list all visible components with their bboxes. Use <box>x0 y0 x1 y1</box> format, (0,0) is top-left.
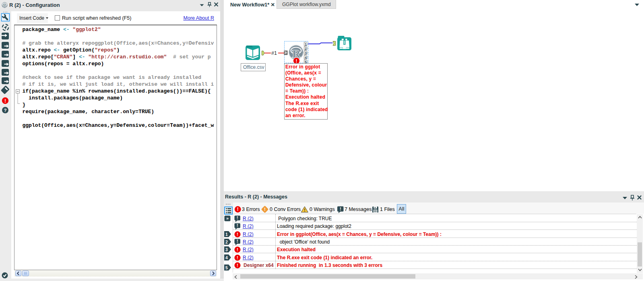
svg-text:!: ! <box>237 215 238 220</box>
svg-text:4: 4 <box>225 255 228 260</box>
svg-text:!: ! <box>237 263 238 268</box>
svg-text:!: ! <box>264 207 266 212</box>
svg-text:?: ? <box>4 108 6 113</box>
svg-text:!: ! <box>237 239 238 244</box>
svg-text:R: R <box>3 3 6 8</box>
svg-text:5: 5 <box>225 265 228 270</box>
svg-text:!: ! <box>4 98 6 104</box>
svg-text:3: 3 <box>305 51 307 55</box>
svg-text:3: 3 <box>225 247 228 252</box>
svg-text:!: ! <box>237 247 238 252</box>
svg-text:2: 2 <box>305 47 307 51</box>
svg-text:!: ! <box>237 223 238 228</box>
svg-text:!: ! <box>304 208 305 213</box>
svg-text:!: ! <box>340 207 341 211</box>
svg-text:»: » <box>226 216 229 221</box>
svg-text:!: ! <box>237 207 239 212</box>
svg-text:1: 1 <box>225 231 228 236</box>
svg-text:4: 4 <box>305 56 307 60</box>
svg-text:!: ! <box>237 255 238 260</box>
svg-text:#1: #1 <box>271 50 277 56</box>
svg-text:!: ! <box>237 232 238 237</box>
svg-text:2: 2 <box>225 240 228 244</box>
svg-text:1: 1 <box>305 42 307 46</box>
